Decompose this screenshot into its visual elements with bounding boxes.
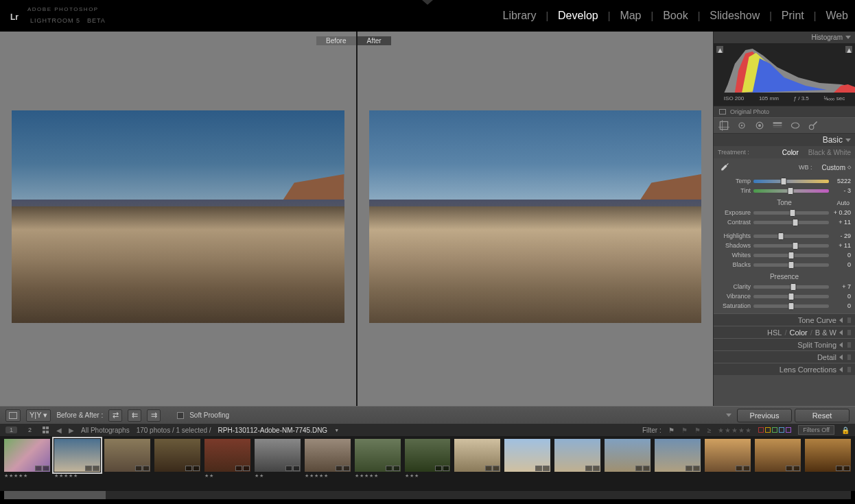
blacks-slider[interactable]: [753, 263, 829, 267]
treatment-color[interactable]: Color: [782, 149, 799, 156]
split-toning-panel[interactable]: Split Toning: [714, 338, 855, 350]
color-label[interactable]: [765, 427, 771, 433]
module-library[interactable]: Library: [503, 8, 537, 23]
clarity-value[interactable]: + 7: [832, 283, 851, 290]
thumbnail[interactable]: [554, 439, 600, 480]
shadow-clip-icon[interactable]: ▲: [716, 46, 723, 53]
forward-arrow-icon[interactable]: ▶: [69, 427, 74, 434]
contrast-value[interactable]: + 11: [832, 219, 851, 226]
thumbnail[interactable]: [104, 439, 150, 480]
temp-slider[interactable]: [753, 180, 829, 183]
contrast-slider[interactable]: [753, 221, 829, 224]
window-1[interactable]: 1: [5, 427, 17, 433]
thumbnail[interactable]: [504, 439, 550, 480]
filter-preset-select[interactable]: Filters Off: [798, 425, 834, 435]
hsl-panel[interactable]: HSL/Color/B & W: [714, 326, 855, 338]
flag-unpicked-icon[interactable]: ⚑: [681, 427, 688, 434]
spot-removal-icon[interactable]: [736, 119, 748, 132]
basic-header[interactable]: Basic: [714, 134, 855, 146]
copy-after-button[interactable]: ⇉: [147, 409, 161, 422]
treatment-blackwhite[interactable]: Black & White: [808, 149, 851, 156]
adjustment-brush-icon[interactable]: [807, 119, 819, 132]
vibrance-slider[interactable]: [753, 295, 829, 298]
filmstrip-scrollbar[interactable]: [4, 491, 851, 499]
radial-filter-icon[interactable]: [789, 119, 801, 132]
module-book[interactable]: Book: [663, 8, 688, 23]
crop-icon[interactable]: [718, 119, 730, 132]
back-arrow-icon[interactable]: ◀: [56, 427, 62, 434]
thumbnail[interactable]: [454, 439, 500, 480]
temp-value[interactable]: 5222: [832, 178, 851, 184]
previous-button[interactable]: Previous: [737, 409, 792, 422]
color-label[interactable]: [779, 427, 784, 433]
blacks-value[interactable]: 0: [832, 261, 851, 268]
tint-slider[interactable]: [753, 189, 829, 193]
whites-slider[interactable]: [753, 254, 829, 257]
thumbnail[interactable]: ★★: [255, 439, 301, 480]
tint-value[interactable]: - 3: [832, 187, 851, 194]
module-web[interactable]: Web: [825, 8, 848, 23]
auto-button[interactable]: Auto: [836, 200, 850, 206]
collection-name[interactable]: All Photographs: [81, 427, 130, 434]
highlights-value[interactable]: - 29: [832, 232, 851, 239]
thumbnail[interactable]: ★★★★★: [4, 439, 50, 480]
module-print[interactable]: Print: [782, 8, 804, 23]
grid-icon[interactable]: [43, 427, 49, 433]
tone-curve-panel[interactable]: Tone Curve: [714, 313, 855, 326]
red-eye-icon[interactable]: [753, 119, 766, 132]
eyedropper-icon[interactable]: [718, 161, 730, 173]
soft-proofing-checkbox[interactable]: [177, 412, 184, 419]
shadows-slider[interactable]: [753, 244, 829, 248]
loupe-view-button[interactable]: [5, 409, 21, 422]
module-develop[interactable]: Develop: [558, 8, 598, 23]
shadows-value[interactable]: + 11: [832, 242, 851, 249]
color-label[interactable]: [786, 427, 791, 433]
copy-before-button[interactable]: ⇇: [128, 409, 141, 422]
clarity-slider[interactable]: [753, 285, 829, 289]
reset-button[interactable]: Reset: [795, 409, 850, 422]
lens-corrections-panel[interactable]: Lens Corrections: [714, 363, 855, 375]
saturation-value[interactable]: 0: [832, 302, 851, 309]
window-2[interactable]: 2: [24, 427, 36, 433]
filmstrip[interactable]: ★★★★★★★★★★★★★★★★★★★★★★★★★★★: [0, 436, 855, 491]
thumbnail[interactable]: [705, 439, 751, 480]
thumbnail[interactable]: [755, 439, 801, 480]
flag-picked-icon[interactable]: ⚑: [668, 427, 675, 434]
thumbnail[interactable]: ★★★★★: [355, 439, 401, 480]
color-label[interactable]: [772, 427, 777, 433]
thumbnail[interactable]: ★★: [204, 439, 250, 480]
saturation-slider[interactable]: [753, 304, 829, 308]
vibrance-value[interactable]: 0: [832, 293, 851, 300]
scrollbar-thumb[interactable]: [4, 491, 106, 499]
thumbnail[interactable]: ★★★★★: [54, 439, 100, 480]
highlight-clip-icon[interactable]: ▲: [845, 46, 852, 53]
swap-button[interactable]: ⇄: [108, 409, 122, 422]
highlights-slider[interactable]: [753, 235, 829, 238]
graduated-filter-icon[interactable]: [771, 119, 784, 132]
toolbar-menu-icon[interactable]: [726, 413, 731, 417]
whites-value[interactable]: 0: [832, 252, 851, 259]
after-pane[interactable]: After: [356, 32, 714, 406]
compare-view-button[interactable]: Y|Y ▾: [26, 409, 51, 422]
histogram-header[interactable]: Histogram: [714, 32, 855, 43]
color-label-filter[interactable]: [758, 427, 791, 433]
flag-rejected-icon[interactable]: ⚑: [694, 427, 701, 434]
histogram[interactable]: ▲ ▲ ISO 200 105 mm ƒ / 3.5 ¹⁄₁₀₀₀ sec: [714, 43, 855, 106]
lock-icon[interactable]: 🔒: [841, 427, 850, 434]
thumbnail[interactable]: [805, 439, 851, 480]
detail-panel[interactable]: Detail: [714, 350, 855, 363]
thumbnail[interactable]: ★★★★★: [305, 439, 351, 480]
before-pane[interactable]: Before: [0, 32, 356, 406]
exposure-slider[interactable]: [753, 211, 829, 215]
wb-select[interactable]: Custom◇: [822, 164, 851, 171]
original-photo-toggle[interactable]: Original Photo: [714, 106, 855, 117]
top-panel-toggle[interactable]: [422, 0, 433, 5]
module-map[interactable]: Map: [620, 8, 641, 23]
color-label[interactable]: [758, 427, 764, 433]
thumbnail[interactable]: [154, 439, 200, 480]
thumbnail[interactable]: ★★★: [405, 439, 451, 480]
thumbnail[interactable]: [655, 439, 701, 480]
thumbnail[interactable]: [605, 439, 651, 480]
exposure-value[interactable]: + 0.20: [832, 209, 851, 216]
rating-filter[interactable]: ★★★★★: [718, 427, 751, 434]
